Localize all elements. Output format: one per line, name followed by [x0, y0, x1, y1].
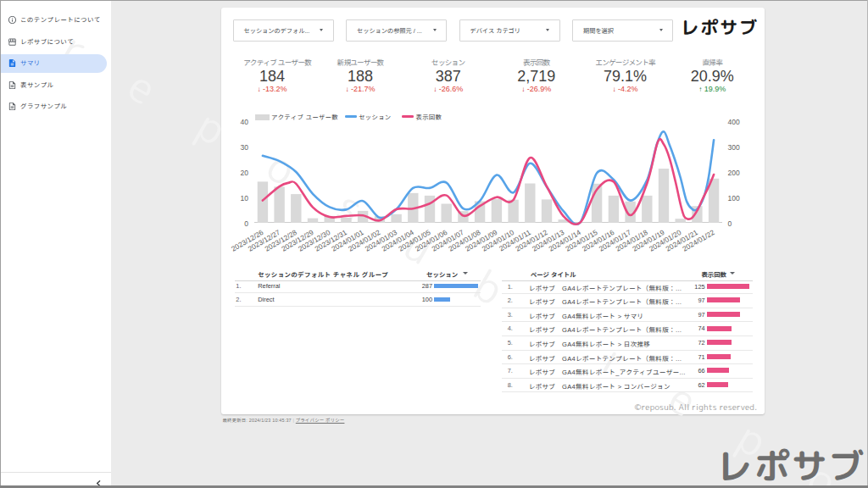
svg-text:100: 100: [728, 194, 740, 202]
svg-text:10: 10: [241, 194, 249, 202]
svg-text:20: 20: [241, 169, 249, 177]
svg-text:0: 0: [244, 219, 248, 228]
svg-text:400: 400: [728, 118, 740, 126]
svg-text:200: 200: [728, 169, 740, 177]
svg-text:0: 0: [728, 219, 732, 228]
svg-text:40: 40: [241, 118, 249, 126]
svg-text:300: 300: [728, 143, 740, 152]
svg-text:30: 30: [241, 143, 249, 152]
